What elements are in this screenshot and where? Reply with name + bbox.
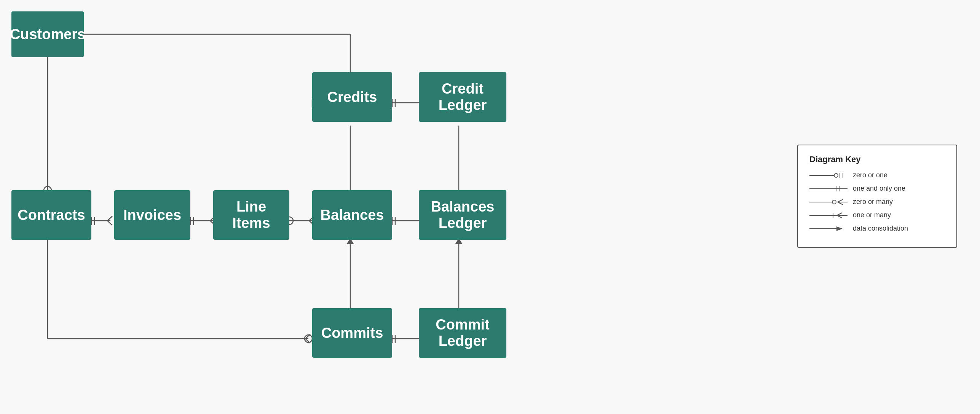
svg-point-44 <box>305 335 312 342</box>
legend-label-one-or-many: one or many <box>853 211 891 219</box>
customers-entity: Customers <box>11 11 84 57</box>
invoices-entity: Invoices <box>114 190 190 240</box>
legend-item-zero-or-many: zero or many <box>809 198 945 206</box>
creditledger-entity: Credit Ledger <box>419 72 506 122</box>
svg-line-61 <box>837 213 842 215</box>
legend-label-data-consolidation: data consolidation <box>853 225 908 232</box>
balances-entity: Balances <box>312 190 392 240</box>
diagram-container: Customers Contracts Invoices Line Items … <box>0 0 980 414</box>
svg-line-13 <box>107 221 112 225</box>
one-and-only-one-icon <box>809 185 848 193</box>
legend-item-one-or-many: one or many <box>809 211 945 219</box>
svg-line-46 <box>305 339 310 343</box>
contracts-entity: Contracts <box>11 190 91 240</box>
svg-line-56 <box>838 199 843 202</box>
balancesledger-entity: Balances Ledger <box>419 190 506 240</box>
legend-title: Diagram Key <box>809 154 945 164</box>
legend-item-zero-or-one: zero or one <box>809 171 945 179</box>
data-consolidation-icon <box>809 225 848 232</box>
svg-line-45 <box>305 334 310 339</box>
legend-label-zero-or-many: zero or many <box>853 198 893 206</box>
legend-label-one-and-only-one: one and only one <box>853 185 905 193</box>
svg-point-55 <box>832 200 836 204</box>
svg-line-57 <box>838 202 843 205</box>
one-or-many-icon <box>809 212 848 219</box>
legend-label-zero-or-one: zero or one <box>853 171 887 179</box>
svg-line-12 <box>107 216 112 221</box>
legend-item-one-and-only-one: one and only one <box>809 185 945 193</box>
commits-entity: Commits <box>312 308 392 358</box>
lineitems-entity: Line Items <box>213 190 289 240</box>
legend-box: Diagram Key zero or one one and only one <box>797 145 957 248</box>
legend-item-data-consolidation: data consolidation <box>809 225 945 232</box>
commitledger-entity: Commit Ledger <box>419 308 506 358</box>
credits-entity: Credits <box>312 72 392 122</box>
svg-line-62 <box>837 215 842 218</box>
svg-point-48 <box>834 174 838 177</box>
zero-or-many-icon <box>809 198 848 206</box>
zero-or-one-icon <box>809 172 848 179</box>
